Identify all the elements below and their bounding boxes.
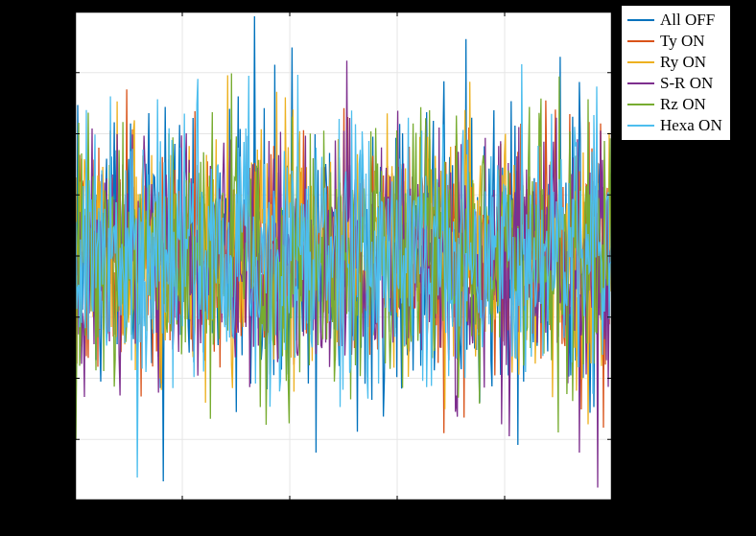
legend-item: Ty ON — [627, 31, 722, 52]
legend-item: Hexa ON — [627, 115, 722, 136]
legend-label: Ty ON — [660, 31, 705, 52]
legend-swatch — [627, 82, 654, 84]
legend-label: Rz ON — [660, 94, 706, 115]
legend-swatch — [627, 19, 654, 21]
legend-swatch — [627, 125, 654, 127]
legend-item: Rz ON — [627, 94, 722, 115]
legend-label: Ry ON — [660, 52, 706, 73]
plot-area — [75, 12, 612, 501]
legend-swatch — [627, 40, 654, 42]
legend-label: S-R ON — [660, 73, 713, 94]
legend-item: All OFF — [627, 10, 722, 31]
legend-label: Hexa ON — [660, 115, 722, 136]
legend-item: S-R ON — [627, 73, 722, 94]
legend-item: Ry ON — [627, 52, 722, 73]
legend-swatch — [627, 104, 654, 105]
chart-svg — [75, 12, 612, 501]
legend-label: All OFF — [660, 10, 715, 31]
figure: All OFFTy ONRy ONS-R ONRz ONHexa ON — [0, 0, 756, 536]
legend-swatch — [627, 61, 654, 63]
legend: All OFFTy ONRy ONS-R ONRz ONHexa ON — [621, 5, 731, 141]
